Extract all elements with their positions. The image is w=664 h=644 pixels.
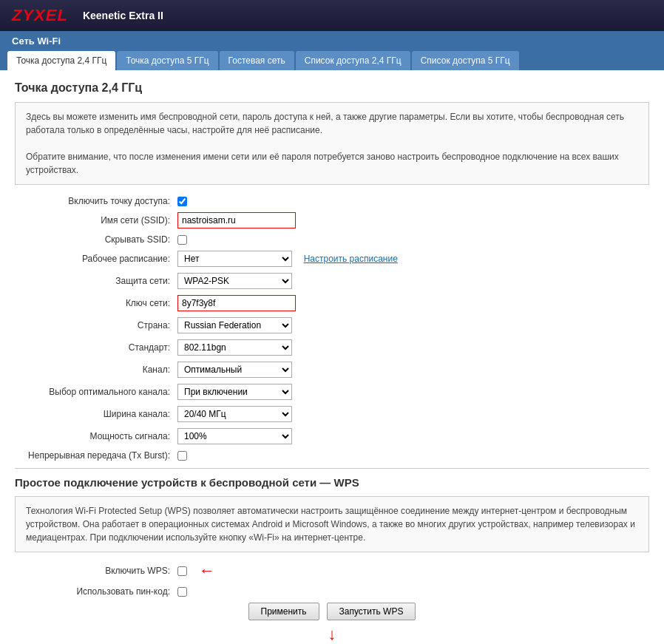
country-select[interactable]: Russian Federation	[177, 317, 292, 333]
wps-enable-checkbox[interactable]	[177, 566, 187, 576]
standard-row: Стандарт: 802.11bgn	[15, 339, 649, 356]
tabs-bar: Точка доступа 2,4 ГГц Точка доступа 5 ГГ…	[0, 51, 664, 70]
security-row: Защита сети: WPA2-PSK	[15, 273, 649, 289]
ssid-input[interactable]	[177, 212, 296, 228]
hide-ssid-checkbox[interactable]	[177, 235, 187, 245]
hide-ssid-label: Скрывать SSID:	[15, 234, 177, 245]
security-select[interactable]: WPA2-PSK	[177, 273, 292, 289]
tab-24ghz[interactable]: Точка доступа 2,4 ГГц	[7, 51, 115, 70]
arrow-down-icon: ↓	[328, 625, 336, 643]
info-box: Здесь вы можете изменить имя беспроводно…	[15, 102, 649, 185]
enable-ap-label: Включить точку доступа:	[15, 196, 177, 206]
wps-section: Простое подключение устройств к беспрово…	[15, 468, 649, 644]
security-label: Защита сети:	[15, 276, 177, 286]
hide-ssid-row: Скрывать SSID:	[15, 234, 649, 245]
enable-ap-checkbox[interactable]	[177, 197, 187, 206]
channel-label: Канал:	[15, 365, 177, 375]
txburst-checkbox[interactable]	[177, 451, 187, 461]
arrow-left-icon: ←	[199, 561, 215, 580]
wps-enable-label: Включить WPS:	[15, 566, 177, 576]
optimal-channel-label: Выбор оптимального канала:	[15, 387, 177, 397]
wps-info-text: Технология Wi-Fi Protected Setup (WPS) п…	[26, 506, 635, 543]
standard-label: Стандарт:	[15, 342, 177, 353]
apply-button[interactable]: Применить	[248, 603, 319, 620]
power-row: Мощность сигнала: 100%	[15, 428, 649, 444]
enable-ap-row: Включить точку доступа:	[15, 196, 649, 206]
start-wps-button[interactable]: Запустить WPS	[327, 603, 416, 620]
device-name: Keenetic Extra II	[83, 10, 163, 21]
txburst-row: Непрерывная передача (Tx Burst):	[15, 450, 649, 461]
key-row: Ключ сети:	[15, 295, 649, 311]
button-row: Применить Запустить WPS	[15, 603, 649, 620]
channel-row: Канал: Оптимальный	[15, 362, 649, 378]
ssid-row: Имя сети (SSID):	[15, 212, 649, 228]
main-content: Точка доступа 2,4 ГГц Здесь вы можете из…	[0, 70, 664, 644]
channel-select[interactable]: Оптимальный	[177, 362, 292, 378]
optimal-channel-row: Выбор оптимального канала: При включении	[15, 384, 649, 400]
country-row: Страна: Russian Federation	[15, 317, 649, 333]
schedule-link[interactable]: Настроить расписание	[304, 254, 398, 264]
ssid-label: Имя сети (SSID):	[15, 215, 177, 226]
schedule-label: Рабочее расписание:	[15, 254, 177, 264]
optimal-channel-select[interactable]: При включении	[177, 384, 292, 400]
section-title: Точка доступа 2,4 ГГц	[15, 81, 649, 95]
schedule-select[interactable]: Нет	[177, 251, 292, 267]
info-text2: Обратите внимание, что после изменения и…	[26, 150, 638, 177]
power-label: Мощность сигнала:	[15, 431, 177, 441]
wps-title: Простое подключение устройств к беспрово…	[15, 476, 649, 489]
bandwidth-row: Ширина канала: 20/40 МГц	[15, 406, 649, 422]
tab-list-5[interactable]: Список доступа 5 ГГц	[412, 51, 519, 70]
logo: ZYXEL	[12, 6, 68, 25]
subheader-title: Сеть Wi-Fi	[12, 35, 61, 47]
country-label: Страна:	[15, 320, 177, 331]
key-input[interactable]	[177, 295, 296, 311]
key-label: Ключ сети:	[15, 298, 177, 308]
wps-pin-label: Использовать пин-код:	[15, 586, 177, 597]
bandwidth-select[interactable]: 20/40 МГц	[177, 406, 292, 422]
wps-enable-row: Включить WPS: ←	[15, 561, 649, 580]
txburst-label: Непрерывная передача (Tx Burst):	[15, 450, 177, 461]
wps-info-box: Технология Wi-Fi Protected Setup (WPS) п…	[15, 496, 649, 552]
tab-5ghz[interactable]: Точка доступа 5 ГГц	[117, 51, 217, 70]
power-select[interactable]: 100%	[177, 428, 292, 444]
standard-select[interactable]: 802.11bgn	[177, 339, 292, 356]
subheader: Сеть Wi-Fi	[0, 31, 664, 51]
wps-pin-row: Использовать пин-код:	[15, 586, 649, 597]
wps-pin-checkbox[interactable]	[177, 587, 187, 597]
info-text1: Здесь вы можете изменить имя беспроводно…	[26, 110, 638, 137]
settings-form: Включить точку доступа: Имя сети (SSID):…	[15, 196, 649, 461]
schedule-row: Рабочее расписание: Нет Настроить распис…	[15, 251, 649, 267]
header: ZYXEL Keenetic Extra II	[0, 0, 664, 31]
bandwidth-label: Ширина канала:	[15, 409, 177, 419]
tab-list-24[interactable]: Список доступа 2,4 ГГц	[296, 51, 410, 70]
tab-guest[interactable]: Гостевая сеть	[220, 51, 294, 70]
